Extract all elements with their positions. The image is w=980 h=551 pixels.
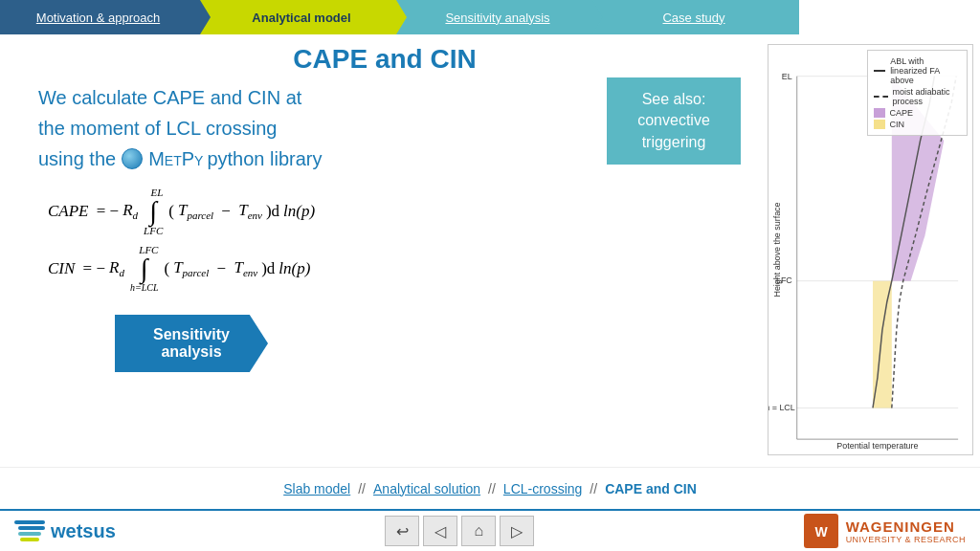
svg-text:W: W [814, 524, 828, 540]
nav-controls: ↩ ◁ ⌂ ▷ [385, 516, 534, 546]
page-title: CAPE and CIN [38, 44, 731, 75]
navigation-bar: Motivation & approach Analytical model S… [0, 0, 980, 34]
legend-solid-line: ABL with linearized FA above [874, 56, 961, 85]
bottom-strip: wetsus ↩ ◁ ⌂ ▷ W WAGENINGEN UNIVERSITY &… [0, 509, 980, 551]
sep2: // [488, 481, 496, 496]
sep3: // [590, 481, 597, 496]
home-button[interactable]: ⌂ [461, 516, 496, 546]
cape-cin-current: CAPE and CIN [605, 481, 697, 496]
wur-icon: W [804, 514, 838, 548]
see-also-box[interactable]: See also: convective triggering [607, 77, 741, 165]
left-panel: CAPE and CIN We calculate CAPE and CIN a… [0, 34, 760, 467]
analytical-solution-link[interactable]: Analytical solution [373, 481, 480, 496]
chart-legend: ABL with linearized FA above moist adiab… [867, 50, 968, 136]
chart-container: ABL with linearized FA above moist adiab… [768, 44, 973, 455]
svg-text:LFC: LFC [775, 276, 791, 285]
svg-text:EL: EL [781, 72, 791, 81]
legend-cape: CAPE [874, 108, 961, 118]
lcl-crossing-link[interactable]: LCL-crossing [503, 481, 582, 496]
globe-icon [122, 148, 143, 169]
right-panel: ABL with linearized FA above moist adiab… [760, 34, 980, 467]
cin-formula: CIN = − Rd LFC ∫ h=LCL ( Tparcel − Tenv … [48, 244, 731, 293]
bottom-nav: Slab model // Analytical solution // LCL… [0, 467, 980, 509]
prev-button[interactable]: ◁ [423, 516, 457, 546]
sensitivity-analysis-button[interactable]: Sensitivityanalysis [115, 315, 268, 372]
nav-sensitivity[interactable]: Sensitivity analysis [392, 0, 603, 34]
back-button[interactable]: ↩ [385, 516, 419, 546]
wageningen-logo: W WAGENINGEN UNIVERSITY & RESEARCH [804, 514, 966, 548]
wetsus-waves [14, 520, 45, 541]
wetsus-text: wetsus [51, 520, 116, 542]
svg-text:Potential temperature: Potential temperature [836, 441, 918, 451]
nav-motivation[interactable]: Motivation & approach [0, 0, 211, 34]
wetsus-logo: wetsus [14, 520, 116, 542]
slab-model-link[interactable]: Slab model [283, 481, 350, 496]
main-content: CAPE and CIN We calculate CAPE and CIN a… [0, 34, 980, 467]
nav-analytical[interactable]: Analytical model [196, 0, 407, 34]
svg-text:ABL h = LCL: ABL h = LCL [768, 403, 795, 412]
legend-cin: CIN [874, 120, 961, 129]
legend-dashed-line: moist adiabatic process [874, 87, 961, 106]
wageningen-name: WAGENINGEN [846, 518, 966, 535]
sep1: // [358, 481, 366, 496]
cape-formula: CAPE = − Rd EL ∫ LFC ( Tparcel − Tenv )d… [48, 187, 731, 236]
next-button[interactable]: ▷ [500, 516, 534, 546]
nav-casestudy[interactable]: Case study [589, 0, 799, 34]
wageningen-sub: UNIVERSITY & RESEARCH [846, 535, 966, 544]
